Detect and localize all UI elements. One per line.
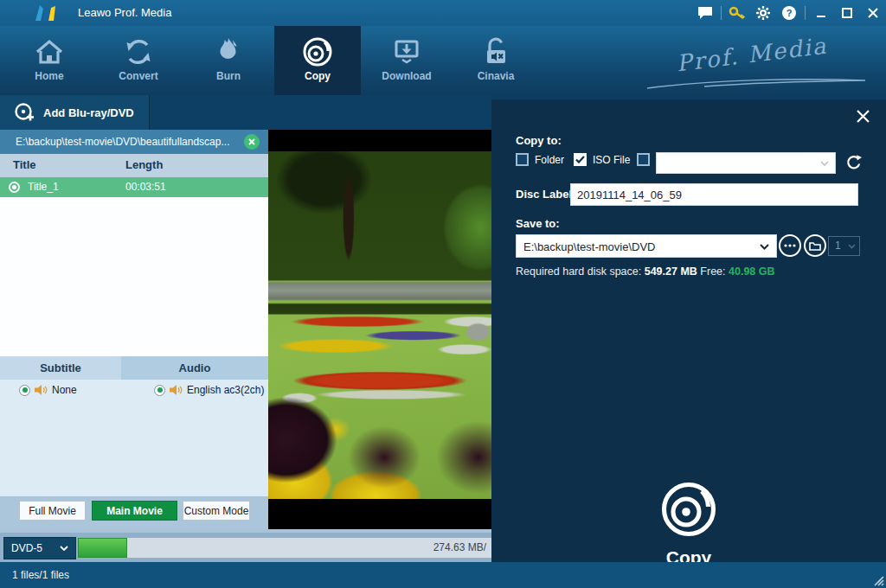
option-label: ISO File [593,154,630,166]
resize-grip[interactable] [872,574,884,586]
chevron-down-icon [848,244,856,249]
capacity-progress: 274.63 MB/ [78,538,491,558]
folder-icon [809,241,821,251]
title-row-selected[interactable]: Title_1 00:03:51 [0,177,268,197]
audio-option-english[interactable]: English ac3(2ch) [154,384,264,396]
title-length: 00:03:51 [125,181,166,193]
option-label: Folder [535,154,564,166]
video-preview [268,130,491,529]
tab-audio[interactable]: Audio [121,356,268,380]
tab-subtitle[interactable]: Subtitle [0,356,121,380]
add-bluray-dvd-button[interactable]: Add Blu-ray/DVD [0,95,150,130]
burner-select[interactable] [656,152,836,174]
source-file-tab[interactable]: E:\backup\test-movie\DVD\beautifullandsc… [0,130,268,154]
nav-label: Cinavia [453,70,539,82]
help-icon[interactable]: ? [776,0,802,26]
nav-label: Convert [95,70,182,82]
download-icon [363,36,450,67]
capacity-size-text: 274.63 MB/ [433,538,486,558]
required-label: Required hard disk space: [516,265,641,278]
disc-type-value: DVD-5 [11,542,42,554]
progress-fill [78,538,127,558]
home-icon [6,36,93,67]
remove-file-icon[interactable] [244,134,260,150]
titlebar-divider [805,6,806,20]
copy-button[interactable]: Copy [491,478,886,568]
option-folder[interactable]: Folder [516,153,564,166]
copies-select[interactable]: 1 [828,236,860,256]
title-radio[interactable] [9,182,20,193]
column-length: Length [125,158,163,171]
add-disc-icon [14,102,35,123]
browse-ellipsis-button[interactable] [779,234,801,257]
key-icon[interactable] [724,0,750,26]
option-burner[interactable] [637,153,656,166]
mode-band: Full Movie Main Movie Custom Mode [0,496,268,529]
capacity-bar: DVD-5 274.63 MB/ [0,529,491,562]
brand-swoosh-icon [644,76,869,90]
titlebar-divider [721,6,722,20]
subtitle-option-none[interactable]: None [19,384,77,396]
required-value: 549.27 MB [645,265,697,278]
garden-video-frame [268,151,491,499]
iso-checkbox[interactable] [574,153,587,166]
convert-icon [95,36,182,67]
chat-icon[interactable] [692,0,718,26]
nav-tab-convert[interactable]: Convert [95,26,182,95]
column-title: Title [13,158,36,171]
track-row: None English ac3(2ch) [0,380,268,404]
nav-label: Home [6,70,93,82]
open-folder-button[interactable] [804,234,826,257]
copy-to-label: Copy to: [516,134,562,147]
window-title: Leawo Prof. Media [78,0,171,26]
nav-tab-download[interactable]: Download [363,26,450,95]
chevron-down-icon [60,546,68,551]
leawo-logo-icon [33,3,62,22]
add-button-label: Add Blu-ray/DVD [43,106,134,119]
nav-tab-copy[interactable]: Copy [274,26,361,95]
copies-value: 1 [835,240,841,252]
disk-space-line: Required hard disk space: 549.27 MB Free… [516,265,775,278]
source-file-path: E:\backup\test-movie\DVD\beautifullandsc… [16,130,229,154]
title-name: Title_1 [28,181,59,193]
custom-mode-button[interactable]: Custom Mode [183,501,250,521]
nav-tab-burn[interactable]: Burn [185,26,272,95]
disc-label-label: Disc Label: [516,188,575,201]
panel-close-icon[interactable] [853,106,872,125]
minimize-icon[interactable] [808,0,834,26]
brand-script-text: Prof. Media [652,29,852,80]
svg-text:?: ? [786,8,793,18]
burner-checkbox[interactable] [637,153,650,166]
title-list-body [0,197,268,356]
disc-type-select[interactable]: DVD-5 [3,537,76,559]
option-iso-file[interactable]: ISO File [574,153,630,166]
subtitle-radio[interactable] [19,385,30,396]
free-value: 40.98 GB [729,265,775,278]
main-movie-button[interactable]: Main Movie [92,501,177,521]
folder-checkbox[interactable] [516,153,529,166]
copy-settings-panel: Copy to: Folder ISO File Disc Label: Sav… [491,99,886,562]
gear-icon[interactable] [750,0,776,26]
chevron-down-icon [760,244,769,250]
nav-label: Download [363,70,450,82]
app-window: Leawo Prof. Media ? [0,0,886,588]
disc-label-input[interactable] [570,183,858,206]
full-movie-button[interactable]: Full Movie [19,501,86,521]
refresh-icon[interactable] [843,151,865,174]
save-to-select[interactable]: E:\backup\test-movie\DVD [516,234,777,258]
copy-disc-icon [658,478,720,540]
audio-value: English ac3(2ch) [187,384,264,396]
toolbar: Add Blu-ray/DVD [0,95,491,130]
nav-label: Burn [185,70,272,82]
nav-label: Copy [274,70,361,82]
chevron-down-icon [820,161,829,166]
nav-tab-cinavia[interactable]: Cinavia [453,26,539,95]
burn-icon [185,36,272,67]
save-to-value: E:\backup\test-movie\DVD [523,235,655,259]
file-count-text: 1 files/1 files [12,562,69,588]
audio-radio[interactable] [154,385,165,396]
maximize-icon[interactable] [834,0,860,26]
nav-tab-home[interactable]: Home [6,26,93,95]
close-icon[interactable] [860,0,886,26]
speaker-icon [170,384,183,396]
